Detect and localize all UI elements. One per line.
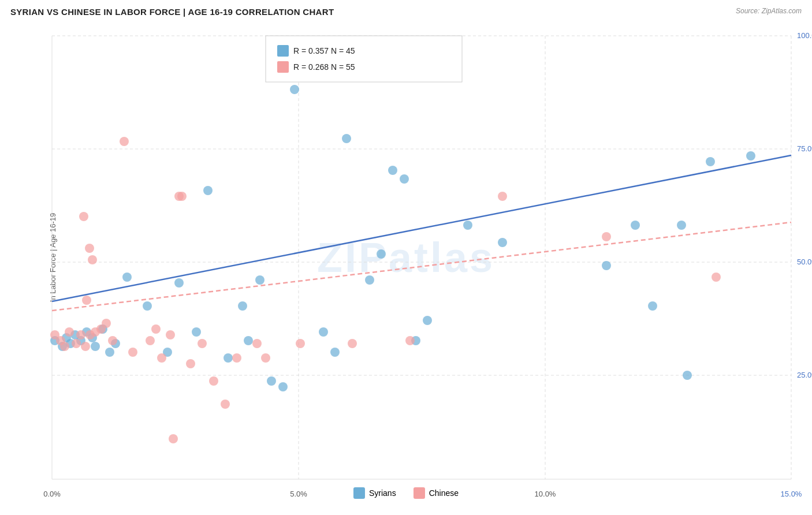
svg-point-89 <box>209 376 218 386</box>
svg-point-79 <box>120 137 129 146</box>
svg-point-49 <box>377 249 386 259</box>
svg-point-74 <box>108 336 117 345</box>
svg-text:10.0%: 10.0% <box>535 490 556 498</box>
svg-point-91 <box>232 353 241 363</box>
svg-point-78 <box>88 255 97 264</box>
svg-point-59 <box>677 221 686 230</box>
svg-text:15.0%: 15.0% <box>781 490 802 498</box>
bottom-legend: Syrians Chinese <box>353 487 459 499</box>
legend-chinese: Chinese <box>414 487 459 499</box>
svg-point-98 <box>602 232 611 241</box>
svg-text:25.0%: 25.0% <box>797 371 812 379</box>
svg-point-100 <box>712 273 721 282</box>
legend-syrians: Syrians <box>353 487 396 499</box>
svg-text:R = 0.357   N = 45: R = 0.357 N = 45 <box>293 46 355 55</box>
svg-point-53 <box>423 316 432 325</box>
svg-rect-102 <box>277 45 289 57</box>
svg-text:100.0%: 100.0% <box>797 31 812 40</box>
chinese-label: Chinese <box>429 488 459 498</box>
svg-line-17 <box>52 222 791 311</box>
svg-rect-104 <box>277 61 289 73</box>
svg-text:75.0%: 75.0% <box>797 144 812 153</box>
svg-point-40 <box>255 275 265 285</box>
svg-point-96 <box>348 339 357 348</box>
svg-point-77 <box>82 296 91 305</box>
svg-point-67 <box>72 339 81 348</box>
chart-svg: 100.0% 75.0% 50.0% 25.0% 0.0% 5.0% 10.0%… <box>0 0 812 515</box>
svg-point-50 <box>388 166 397 175</box>
svg-point-34 <box>174 278 184 288</box>
svg-point-95 <box>296 339 305 348</box>
svg-point-86 <box>177 192 187 201</box>
svg-point-46 <box>330 348 340 357</box>
svg-point-99 <box>498 192 507 201</box>
svg-point-92 <box>252 339 262 348</box>
svg-point-60 <box>683 371 692 380</box>
svg-point-88 <box>198 339 207 348</box>
svg-point-93 <box>261 353 270 363</box>
svg-point-90 <box>221 400 230 409</box>
svg-point-73 <box>102 319 111 328</box>
svg-text:0.0%: 0.0% <box>43 490 61 498</box>
svg-point-36 <box>203 186 213 195</box>
svg-point-84 <box>166 330 175 339</box>
svg-point-80 <box>128 348 137 357</box>
svg-point-47 <box>342 134 351 143</box>
svg-point-35 <box>192 327 201 337</box>
svg-text:50.0%: 50.0% <box>797 258 812 266</box>
svg-point-61 <box>706 157 715 166</box>
svg-point-83 <box>157 353 166 363</box>
svg-point-27 <box>91 342 100 351</box>
svg-point-38 <box>238 301 247 311</box>
svg-point-32 <box>143 301 152 311</box>
svg-point-48 <box>365 275 374 285</box>
syrians-swatch <box>353 487 365 499</box>
svg-point-56 <box>602 261 611 270</box>
svg-point-42 <box>278 382 288 391</box>
chinese-swatch <box>414 487 425 499</box>
svg-point-81 <box>146 336 155 345</box>
svg-point-39 <box>244 336 253 345</box>
svg-point-76 <box>79 212 88 221</box>
svg-point-58 <box>648 301 657 311</box>
svg-point-55 <box>498 238 507 247</box>
svg-point-68 <box>76 330 85 339</box>
svg-point-29 <box>105 348 114 357</box>
syrians-label: Syrians <box>369 488 396 498</box>
svg-point-57 <box>631 221 640 230</box>
svg-point-69 <box>81 342 90 351</box>
svg-point-54 <box>463 221 472 230</box>
svg-point-45 <box>319 327 328 337</box>
svg-point-41 <box>267 376 276 386</box>
svg-point-87 <box>186 359 195 368</box>
svg-point-65 <box>60 342 69 351</box>
svg-point-51 <box>400 174 409 184</box>
svg-point-82 <box>151 324 161 334</box>
svg-rect-101 <box>266 36 462 82</box>
svg-point-66 <box>65 327 74 337</box>
svg-text:R = 0.268   N = 55: R = 0.268 N = 55 <box>293 62 355 72</box>
svg-point-31 <box>122 273 132 282</box>
svg-text:5.0%: 5.0% <box>290 490 307 498</box>
svg-point-37 <box>224 353 233 363</box>
svg-point-62 <box>746 151 755 161</box>
svg-point-97 <box>405 336 415 345</box>
svg-point-94 <box>169 434 178 443</box>
chart-container: SYRIAN VS CHINESE IN LABOR FORCE | AGE 1… <box>0 0 812 515</box>
svg-point-43 <box>290 85 299 94</box>
svg-point-75 <box>85 244 94 253</box>
